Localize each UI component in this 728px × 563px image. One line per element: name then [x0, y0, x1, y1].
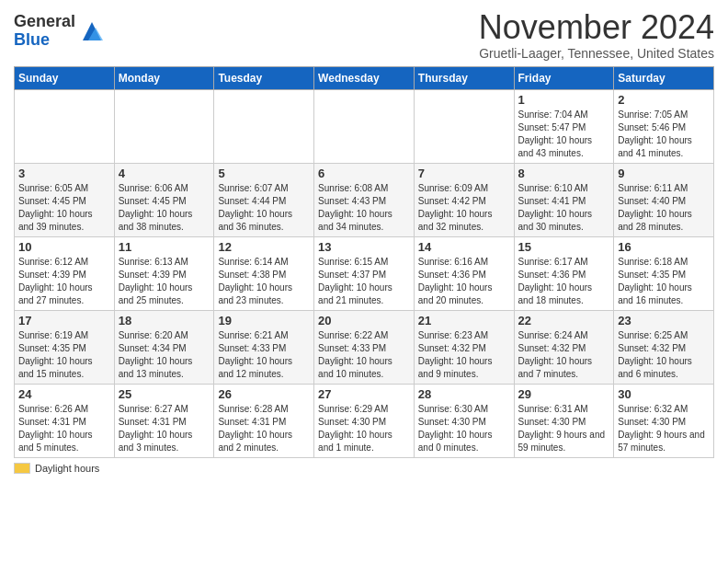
day-number: 13 [318, 240, 410, 254]
day-number: 7 [418, 167, 510, 180]
day-number: 21 [418, 314, 510, 327]
calendar-day: 19Sunrise: 6:21 AM Sunset: 4:33 PM Dayli… [214, 310, 314, 384]
day-number: 27 [318, 387, 410, 401]
th-thursday: Thursday [414, 66, 514, 89]
day-number: 11 [119, 240, 210, 254]
calendar-day: 1Sunrise: 7:04 AM Sunset: 5:47 PM Daylig… [514, 89, 614, 163]
calendar-day: 18Sunrise: 6:20 AM Sunset: 4:34 PM Dayli… [114, 310, 214, 384]
day-number: 23 [618, 314, 710, 327]
calendar-day [414, 89, 514, 163]
calendar-day: 16Sunrise: 6:18 AM Sunset: 4:35 PM Dayli… [614, 236, 714, 310]
calendar-day: 4Sunrise: 6:06 AM Sunset: 4:45 PM Daylig… [114, 163, 214, 236]
day-number: 26 [218, 387, 310, 401]
day-info: Sunrise: 6:16 AM Sunset: 4:36 PM Dayligh… [418, 256, 510, 307]
day-info: Sunrise: 6:18 AM Sunset: 4:35 PM Dayligh… [618, 256, 710, 307]
day-number: 1 [518, 93, 610, 107]
calendar-day: 21Sunrise: 6:23 AM Sunset: 4:32 PM Dayli… [414, 310, 514, 384]
day-info: Sunrise: 7:04 AM Sunset: 5:47 PM Dayligh… [518, 109, 610, 160]
day-number: 4 [119, 167, 210, 180]
th-monday: Monday [114, 66, 214, 89]
calendar-day: 11Sunrise: 6:13 AM Sunset: 4:39 PM Dayli… [114, 236, 214, 310]
day-info: Sunrise: 6:10 AM Sunset: 4:41 PM Dayligh… [518, 182, 610, 234]
day-number: 12 [218, 240, 310, 254]
calendar-header: Sunday Monday Tuesday Wednesday Thursday… [15, 66, 714, 89]
th-wednesday: Wednesday [314, 66, 415, 89]
day-info: Sunrise: 6:31 AM Sunset: 4:30 PM Dayligh… [518, 403, 610, 454]
calendar-day: 13Sunrise: 6:15 AM Sunset: 4:37 PM Dayli… [314, 236, 415, 310]
day-info: Sunrise: 6:25 AM Sunset: 4:32 PM Dayligh… [618, 329, 710, 381]
calendar-table: Sunday Monday Tuesday Wednesday Thursday… [14, 66, 714, 458]
day-info: Sunrise: 6:28 AM Sunset: 4:31 PM Dayligh… [218, 403, 310, 454]
day-info: Sunrise: 6:27 AM Sunset: 4:31 PM Dayligh… [119, 403, 210, 454]
calendar-day: 7Sunrise: 6:09 AM Sunset: 4:42 PM Daylig… [414, 163, 514, 236]
day-number: 30 [618, 387, 710, 401]
day-number: 10 [18, 240, 110, 254]
day-info: Sunrise: 6:20 AM Sunset: 4:34 PM Dayligh… [119, 329, 210, 381]
day-number: 8 [518, 167, 610, 180]
calendar-day: 10Sunrise: 6:12 AM Sunset: 4:39 PM Dayli… [15, 236, 115, 310]
day-info: Sunrise: 6:06 AM Sunset: 4:45 PM Dayligh… [119, 182, 210, 234]
calendar-day: 30Sunrise: 6:32 AM Sunset: 4:30 PM Dayli… [614, 384, 714, 457]
day-info: Sunrise: 6:05 AM Sunset: 4:45 PM Dayligh… [18, 182, 110, 234]
title-block: November 2024 Gruetli-Laager, Tennessee,… [479, 9, 714, 61]
day-number: 28 [418, 387, 510, 401]
day-info: Sunrise: 6:14 AM Sunset: 4:38 PM Dayligh… [218, 256, 310, 307]
day-info: Sunrise: 6:30 AM Sunset: 4:30 PM Dayligh… [418, 403, 510, 454]
daylight-label: Daylight hours [35, 463, 99, 474]
day-number: 14 [418, 240, 510, 254]
header-area: General Blue November 2024 Gruetli-Laage… [14, 9, 714, 61]
calendar-day: 29Sunrise: 6:31 AM Sunset: 4:30 PM Dayli… [514, 384, 614, 457]
calendar-day: 22Sunrise: 6:24 AM Sunset: 4:32 PM Dayli… [514, 310, 614, 384]
day-number: 24 [18, 387, 110, 401]
calendar-day: 6Sunrise: 6:08 AM Sunset: 4:43 PM Daylig… [314, 163, 415, 236]
calendar-week-3: 10Sunrise: 6:12 AM Sunset: 4:39 PM Dayli… [15, 236, 714, 310]
calendar-day [15, 89, 115, 163]
th-sunday: Sunday [15, 66, 115, 89]
day-info: Sunrise: 6:17 AM Sunset: 4:36 PM Dayligh… [518, 256, 610, 307]
calendar-day: 28Sunrise: 6:30 AM Sunset: 4:30 PM Dayli… [414, 384, 514, 457]
calendar-day: 9Sunrise: 6:11 AM Sunset: 4:40 PM Daylig… [614, 163, 714, 236]
day-number: 6 [318, 167, 410, 180]
logo: General Blue [14, 13, 105, 50]
daylight-swatch [14, 463, 30, 474]
header-row: Sunday Monday Tuesday Wednesday Thursday… [15, 66, 714, 89]
day-info: Sunrise: 6:12 AM Sunset: 4:39 PM Dayligh… [18, 256, 110, 307]
day-number: 16 [618, 240, 710, 254]
calendar-day: 14Sunrise: 6:16 AM Sunset: 4:36 PM Dayli… [414, 236, 514, 310]
logo-blue: Blue [14, 30, 50, 49]
calendar-day: 17Sunrise: 6:19 AM Sunset: 4:35 PM Dayli… [15, 310, 115, 384]
calendar-day: 2Sunrise: 7:05 AM Sunset: 5:46 PM Daylig… [614, 89, 714, 163]
day-number: 25 [119, 387, 210, 401]
th-tuesday: Tuesday [214, 66, 314, 89]
day-info: Sunrise: 6:07 AM Sunset: 4:44 PM Dayligh… [218, 182, 310, 234]
day-info: Sunrise: 6:24 AM Sunset: 4:32 PM Dayligh… [518, 329, 610, 381]
calendar-day [114, 89, 214, 163]
day-number: 20 [318, 314, 410, 327]
calendar-week-5: 24Sunrise: 6:26 AM Sunset: 4:31 PM Dayli… [15, 384, 714, 457]
day-number: 18 [119, 314, 210, 327]
calendar-week-1: 1Sunrise: 7:04 AM Sunset: 5:47 PM Daylig… [15, 89, 714, 163]
calendar-day: 23Sunrise: 6:25 AM Sunset: 4:32 PM Dayli… [614, 310, 714, 384]
calendar-day: 5Sunrise: 6:07 AM Sunset: 4:44 PM Daylig… [214, 163, 314, 236]
location: Gruetli-Laager, Tennessee, United States [479, 46, 714, 61]
calendar-day [314, 89, 415, 163]
day-number: 2 [618, 93, 710, 107]
calendar-day: 8Sunrise: 6:10 AM Sunset: 4:41 PM Daylig… [514, 163, 614, 236]
calendar-day: 20Sunrise: 6:22 AM Sunset: 4:33 PM Dayli… [314, 310, 415, 384]
month-title: November 2024 [479, 9, 714, 46]
day-info: Sunrise: 6:23 AM Sunset: 4:32 PM Dayligh… [418, 329, 510, 381]
day-info: Sunrise: 6:08 AM Sunset: 4:43 PM Dayligh… [318, 182, 410, 234]
calendar-day: 24Sunrise: 6:26 AM Sunset: 4:31 PM Dayli… [15, 384, 115, 457]
logo-general: General [14, 12, 75, 30]
calendar-day: 25Sunrise: 6:27 AM Sunset: 4:31 PM Dayli… [114, 384, 214, 457]
day-info: Sunrise: 6:26 AM Sunset: 4:31 PM Dayligh… [18, 403, 110, 454]
calendar-day: 15Sunrise: 6:17 AM Sunset: 4:36 PM Dayli… [514, 236, 614, 310]
th-saturday: Saturday [614, 66, 714, 89]
day-number: 22 [518, 314, 610, 327]
page: General Blue November 2024 Gruetli-Laage… [0, 0, 728, 483]
calendar-day: 12Sunrise: 6:14 AM Sunset: 4:38 PM Dayli… [214, 236, 314, 310]
day-number: 17 [18, 314, 110, 327]
footer: Daylight hours [14, 463, 714, 474]
calendar-week-2: 3Sunrise: 6:05 AM Sunset: 4:45 PM Daylig… [15, 163, 714, 236]
day-number: 9 [618, 167, 710, 180]
